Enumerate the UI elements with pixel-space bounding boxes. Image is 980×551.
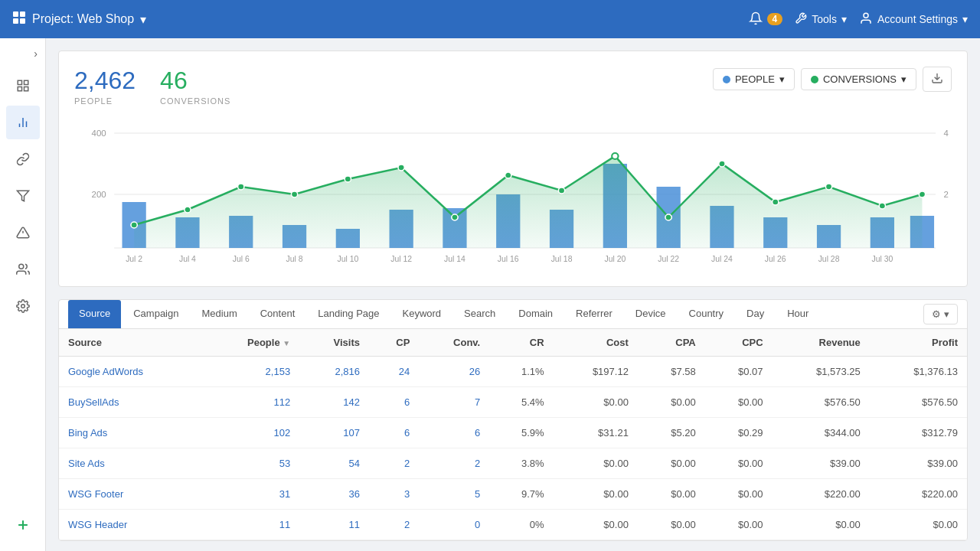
tabs-card: Source Campaign Medium Content Landing P…: [58, 299, 968, 541]
conversions-dropdown-label: CONVERSIONS: [823, 73, 897, 85]
cpa-cell: $0.00: [638, 479, 705, 510]
svg-point-57: [825, 184, 831, 190]
svg-text:Jul 6: Jul 6: [233, 255, 250, 263]
svg-point-53: [612, 153, 618, 159]
svg-point-4: [864, 13, 868, 18]
notifications-button[interactable]: 4: [749, 11, 783, 28]
account-button[interactable]: Account Settings ▾: [859, 11, 968, 28]
table-header-row: Source People ▼ Visits CP Conv. CR Cost …: [59, 329, 967, 357]
tab-referrer[interactable]: Referrer: [565, 300, 623, 328]
cr-cell: 5.4%: [489, 387, 553, 418]
svg-point-55: [719, 161, 725, 167]
conversions-dot: [811, 76, 818, 83]
cr-cell: 3.8%: [489, 448, 553, 479]
chart-card: 2,462 PEOPLE 46 CONVERSIONS PEOPLE ▾: [58, 51, 968, 287]
notification-count: 4: [767, 13, 783, 25]
source-cell[interactable]: BuySellAds: [59, 387, 204, 418]
tab-campaign[interactable]: Campaign: [122, 300, 189, 328]
svg-text:2: 2: [944, 190, 949, 199]
tab-medium[interactable]: Medium: [191, 300, 247, 328]
people-label: PEOPLE: [74, 96, 136, 106]
svg-point-44: [131, 222, 137, 228]
table-row: Site Ads 53 54 2 2 3.8% $0.00 $0.00 $0.0…: [59, 448, 967, 479]
add-button[interactable]: [6, 508, 40, 542]
svg-point-58: [879, 203, 885, 209]
conversions-dropdown[interactable]: CONVERSIONS ▾: [801, 68, 916, 90]
project-selector[interactable]: Project: Web Shop ▾: [12, 11, 146, 28]
sidebar-item-audience[interactable]: [6, 253, 40, 286]
source-cell[interactable]: WSG Footer: [59, 479, 204, 510]
cpa-cell: $5.20: [638, 418, 705, 448]
visits-cell: 107: [299, 418, 369, 448]
svg-text:Jul 8: Jul 8: [286, 255, 303, 263]
svg-text:400: 400: [92, 129, 106, 138]
gear-icon: ⚙: [932, 308, 941, 320]
tab-device[interactable]: Device: [625, 300, 677, 328]
svg-text:Jul 12: Jul 12: [390, 255, 412, 263]
visits-cell: 11: [299, 510, 369, 540]
sidebar-item-analytics[interactable]: [6, 106, 40, 139]
col-people[interactable]: People ▼: [204, 329, 300, 357]
people-cell: 112: [204, 387, 300, 418]
settings-chevron-icon: ▾: [944, 308, 949, 320]
conversions-chevron-icon: ▾: [901, 73, 906, 85]
cp-cell: 3: [369, 479, 419, 510]
svg-text:Jul 2: Jul 2: [126, 255, 142, 263]
sidebar-item-settings[interactable]: [6, 289, 40, 323]
tab-domain[interactable]: Domain: [508, 300, 564, 328]
people-dropdown[interactable]: PEOPLE ▾: [713, 68, 795, 90]
chart-stats: 2,462 PEOPLE 46 CONVERSIONS: [74, 67, 230, 106]
tab-search[interactable]: Search: [453, 300, 506, 328]
tabs-settings: ⚙ ▾: [923, 304, 958, 324]
col-conv: Conv.: [419, 329, 489, 357]
sidebar-item-warning[interactable]: [6, 216, 40, 249]
tab-content[interactable]: Content: [250, 300, 306, 328]
tab-country[interactable]: Country: [678, 300, 735, 328]
source-cell[interactable]: Google AdWords: [59, 357, 204, 387]
cp-cell: 2: [369, 448, 419, 479]
svg-point-47: [291, 191, 297, 197]
svg-point-48: [345, 176, 351, 182]
chevron-down-icon: ▾: [140, 12, 146, 27]
cost-cell: $0.00: [554, 510, 638, 540]
conversions-stat: 46 CONVERSIONS: [160, 67, 230, 106]
table-row: Google AdWords 2,153 2,816 24 26 1.1% $1…: [59, 357, 967, 387]
cost-cell: $0.00: [554, 479, 638, 510]
table-row: WSG Footer 31 36 3 5 9.7% $0.00 $0.00 $0…: [59, 479, 967, 510]
people-cell: 11: [204, 510, 300, 540]
cpa-cell: $0.00: [638, 448, 705, 479]
tab-keyword[interactable]: Keyword: [392, 300, 452, 328]
cr-cell: 1.1%: [489, 357, 553, 387]
sidebar-item-filter[interactable]: [6, 179, 40, 213]
col-cost: Cost: [554, 329, 638, 357]
cost-cell: $31.21: [554, 418, 638, 448]
conv-cell: 26: [419, 357, 489, 387]
profit-cell: $220.00: [870, 479, 967, 510]
tab-source[interactable]: Source: [68, 300, 121, 328]
col-profit: Profit: [870, 329, 967, 357]
svg-point-15: [18, 264, 23, 269]
download-button[interactable]: [923, 67, 952, 92]
chart-area: 400 200 4 2: [74, 118, 952, 271]
source-cell[interactable]: Bing Ads: [59, 418, 204, 448]
cpc-cell: $0.29: [705, 418, 773, 448]
tab-landing-page[interactable]: Landing Page: [307, 300, 390, 328]
tab-hour[interactable]: Hour: [776, 300, 819, 328]
svg-point-51: [505, 172, 511, 178]
source-cell[interactable]: WSG Header: [59, 510, 204, 540]
svg-point-56: [773, 199, 779, 205]
chevron-left-icon: ›: [34, 47, 38, 60]
sidebar-item-links[interactable]: [6, 142, 40, 176]
table-row: WSG Header 11 11 2 0 0% $0.00 $0.00 $0.0…: [59, 510, 967, 540]
cr-cell: 0%: [489, 510, 553, 540]
conv-cell: 2: [419, 448, 489, 479]
tools-button[interactable]: Tools ▾: [795, 12, 847, 27]
sidebar-toggle[interactable]: ›: [0, 47, 45, 60]
sidebar-item-dashboard[interactable]: [6, 69, 40, 103]
conversions-label: CONVERSIONS: [160, 96, 230, 106]
tab-day[interactable]: Day: [736, 300, 775, 328]
svg-rect-6: [24, 80, 28, 84]
table-settings-button[interactable]: ⚙ ▾: [923, 304, 958, 324]
source-cell[interactable]: Site Ads: [59, 448, 204, 479]
svg-point-16: [21, 305, 24, 308]
